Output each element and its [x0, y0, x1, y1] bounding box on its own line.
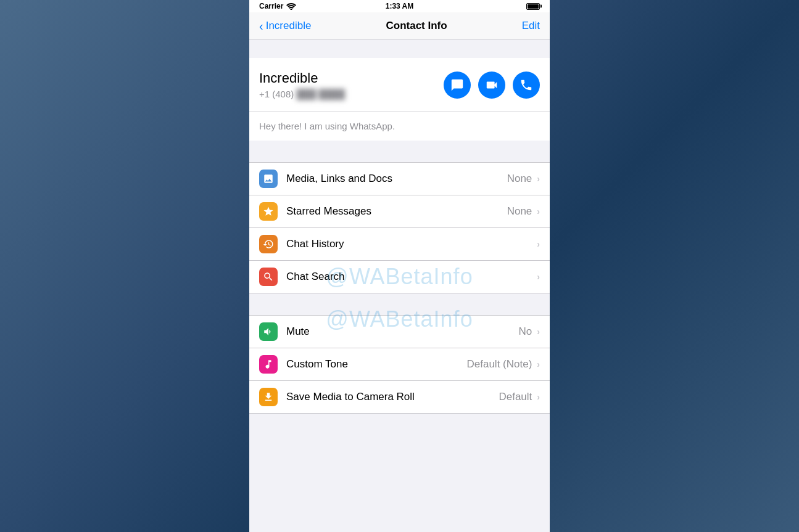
status-time: 1:33 AM	[386, 2, 414, 10]
phone-icon	[520, 78, 533, 92]
starred-messages-item[interactable]: Starred Messages None ›	[249, 195, 550, 228]
back-chevron-icon: ‹	[259, 20, 263, 32]
video-call-button[interactable]	[478, 72, 505, 99]
media-links-docs-value: None	[507, 173, 532, 185]
section-divider-1	[249, 141, 550, 162]
chat-search-item[interactable]: Chat Search ›	[249, 261, 550, 293]
chat-history-chevron: ›	[537, 239, 540, 249]
mute-item[interactable]: Mute No ›	[249, 316, 550, 348]
carrier-label: Carrier	[259, 2, 283, 10]
save-media-value: Default	[499, 391, 532, 403]
starred-icon-container	[259, 202, 278, 221]
custom-tone-icon-container	[259, 355, 278, 374]
custom-tone-label: Custom Tone	[286, 358, 467, 370]
battery-icon	[526, 3, 540, 10]
status-right	[526, 3, 540, 10]
custom-tone-value: Default (Note)	[467, 358, 532, 370]
chat-history-item[interactable]: Chat History ›	[249, 228, 550, 261]
media-links-docs-item[interactable]: Media, Links and Docs None ›	[249, 163, 550, 195]
menu-section-1: Media, Links and Docs None › Starred Mes…	[249, 162, 550, 293]
top-spacer	[249, 39, 550, 58]
nav-back-button[interactable]: ‹ Incredible	[259, 20, 311, 32]
phone-container: Carrier 1:33 AM ‹ Incredible Contact Inf…	[249, 0, 550, 532]
volume-icon	[263, 326, 274, 337]
message-button[interactable]	[444, 72, 471, 99]
status-bar: Carrier 1:33 AM	[249, 0, 550, 12]
nav-title: Contact Info	[386, 20, 447, 32]
section-divider-2	[249, 293, 550, 315]
profile-info: Incredible +1 (408) ███ ████	[259, 70, 345, 99]
media-links-docs-label: Media, Links and Docs	[286, 173, 507, 185]
chat-search-icon-container	[259, 268, 278, 286]
history-icon	[263, 239, 274, 250]
starred-messages-value: None	[507, 205, 532, 218]
nav-bar: ‹ Incredible Contact Info Edit	[249, 12, 550, 39]
video-icon	[485, 78, 499, 92]
nav-back-label: Incredible	[266, 20, 312, 32]
status-left: Carrier	[259, 2, 296, 10]
status-message: Hey there! I am using WhatsApp.	[259, 121, 395, 131]
profile-section: Incredible +1 (408) ███ ████	[249, 58, 550, 112]
custom-tone-item[interactable]: Custom Tone Default (Note) ›	[249, 348, 550, 381]
status-section: Hey there! I am using WhatsApp.	[249, 112, 550, 141]
download-icon	[263, 391, 274, 403]
starred-messages-label: Starred Messages	[286, 205, 507, 218]
nav-edit-button[interactable]: Edit	[522, 20, 540, 32]
media-icon-container	[259, 170, 278, 188]
menu-section-2: Mute No › Custom Tone Default (Note) ›	[249, 315, 550, 414]
music-icon	[263, 359, 274, 370]
starred-messages-chevron: ›	[537, 207, 540, 216]
wifi-icon	[286, 2, 296, 10]
save-media-icon-container	[259, 388, 278, 406]
bottom-padding	[249, 414, 550, 438]
custom-tone-chevron: ›	[537, 359, 540, 369]
mute-icon-container	[259, 322, 278, 341]
chat-search-chevron: ›	[537, 272, 540, 282]
save-media-label: Save Media to Camera Roll	[286, 391, 499, 403]
message-icon	[450, 78, 464, 92]
content-area: Incredible +1 (408) ███ ████	[249, 39, 550, 532]
mute-label: Mute	[286, 325, 519, 338]
star-icon	[263, 206, 274, 217]
svg-point-0	[291, 9, 292, 10]
contact-name: Incredible	[259, 70, 345, 86]
contact-phone: +1 (408) ███ ████	[259, 89, 345, 99]
search-icon	[263, 271, 274, 282]
phone-call-button[interactable]	[513, 72, 540, 99]
chat-history-icon-container	[259, 235, 278, 253]
mute-value: No	[519, 325, 532, 338]
media-links-docs-chevron: ›	[537, 174, 540, 184]
chat-history-label: Chat History	[286, 238, 532, 250]
save-media-chevron: ›	[537, 392, 540, 402]
profile-actions	[444, 72, 540, 99]
media-icon	[263, 173, 274, 184]
mute-chevron: ›	[537, 327, 540, 337]
chat-search-label: Chat Search	[286, 271, 532, 283]
save-media-item[interactable]: Save Media to Camera Roll Default ›	[249, 381, 550, 413]
